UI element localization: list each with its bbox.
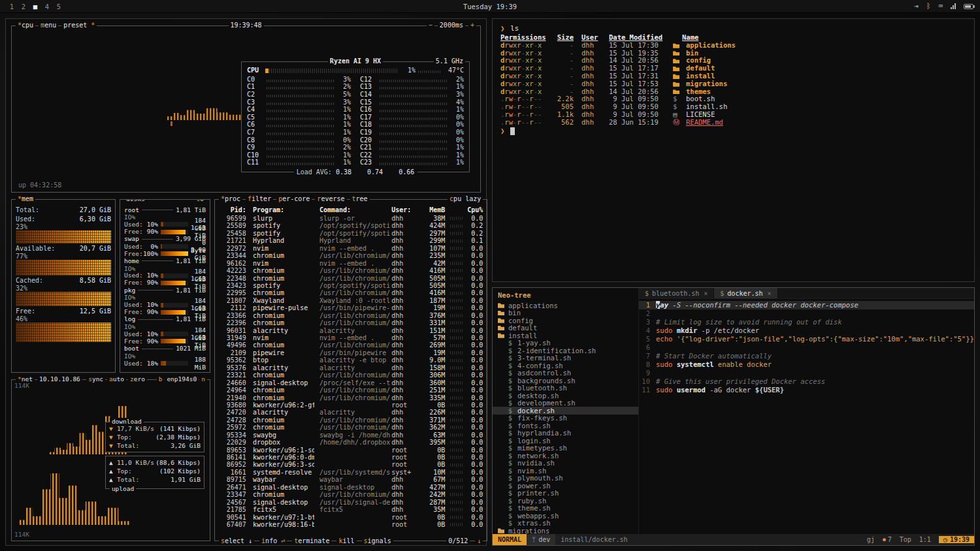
process-row[interactable]: 22972nvimnvim --embed .dhh107M0.0: [219, 245, 483, 252]
tree-item[interactable]: $theme.sh: [493, 505, 638, 512]
process-row[interactable]: 22995chromium/usr/lib/chromium/dhh416M0.…: [219, 289, 483, 296]
filter-button[interactable]: filter: [246, 195, 273, 203]
process-row[interactable]: 96599slurpslurp -ordhh38M0.0: [219, 215, 483, 222]
process-row[interactable]: 24660signal-desktop/proc/self/exe --tdhh…: [219, 379, 483, 386]
tree-item[interactable]: $bluetooth.sh: [493, 385, 638, 392]
process-row[interactable]: 22396chromium/usr/lib/chromium/dhh331M0.…: [219, 319, 483, 326]
process-row[interactable]: 86141kworker/u96:0-dmroot0B0.0: [219, 454, 483, 461]
tree-item[interactable]: $docker.sh: [493, 407, 638, 415]
keyboard-icon[interactable]: ⌨: [938, 2, 943, 10]
tab-bluetooth.sh[interactable]: $bluetooth.sh×: [639, 288, 714, 298]
header-user[interactable]: User:: [390, 206, 417, 214]
tree-toggle[interactable]: tree: [350, 195, 370, 203]
tree-item[interactable]: $printer.sh: [493, 490, 638, 497]
tree-item[interactable]: $4-config.sh: [493, 362, 638, 370]
tree-item[interactable]: $nvim.sh: [493, 467, 638, 475]
tree-item[interactable]: $2-identification.sh: [493, 347, 638, 354]
process-row[interactable]: 96031alacrittyalacrittydhh151M0.0: [219, 327, 483, 334]
tree-item[interactable]: default: [493, 324, 638, 332]
terminate-action[interactable]: terminate: [292, 537, 331, 545]
next-interface-button[interactable]: n: [199, 375, 207, 383]
process-row[interactable]: 95376alacrittyalacrittydhh158M0.0: [219, 364, 483, 371]
tree-item[interactable]: $xtras.sh: [493, 520, 638, 527]
workspace-3[interactable]: ■: [30, 3, 41, 10]
header-command[interactable]: Command:: [314, 206, 390, 214]
process-row[interactable]: 49496chromium/usr/lib/chromium/dhh269M0.…: [219, 341, 483, 349]
battery-icon[interactable]: [964, 4, 973, 9]
process-row[interactable]: 23344chromium/usr/lib/chromium/dhh235M0.…: [219, 252, 483, 259]
tree-item[interactable]: $fix-fkeys.sh: [493, 415, 638, 422]
workspace-5[interactable]: 5: [54, 3, 64, 10]
process-row[interactable]: 23423spotify/opt/spotify/spotidhh505M0.0: [219, 282, 483, 289]
tree-item[interactable]: $plymouth.sh: [493, 475, 638, 482]
process-row[interactable]: 25589spotify/opt/spotify/spotidhh424M0.2: [219, 222, 483, 229]
header-cpu[interactable]: Cpu%: [465, 206, 483, 214]
tree-item[interactable]: $power.sh: [493, 482, 638, 490]
preset-button[interactable]: preset *: [61, 22, 97, 29]
tree-item[interactable]: bin: [493, 309, 638, 317]
tree-item[interactable]: $hyprlandia.sh: [493, 430, 638, 437]
close-icon[interactable]: ×: [704, 290, 708, 297]
process-row[interactable]: 21940chromium/usr/lib/chromium/dhh335M0.…: [219, 394, 483, 401]
tree-item[interactable]: $nvidia.sh: [493, 460, 638, 467]
process-row[interactable]: 93680kworker/u96:2-gfroot0B0.0: [219, 401, 483, 409]
per-core-toggle[interactable]: per-core: [276, 195, 312, 203]
sync-button[interactable]: sync: [86, 375, 105, 383]
process-row[interactable]: 21807XwaylandXwayland :0 -rootldhh187M0.…: [219, 297, 483, 304]
header-program[interactable]: Program:: [246, 206, 314, 214]
select-action[interactable]: select ↓: [219, 537, 254, 545]
reverse-toggle[interactable]: reverse: [315, 195, 346, 203]
process-row[interactable]: 86952kworker/u96:3-sdroot0B0.0: [219, 461, 483, 468]
tree-item[interactable]: applications: [493, 302, 638, 309]
auto-button[interactable]: auto: [107, 375, 126, 383]
workspace-2[interactable]: 2: [18, 3, 29, 10]
bluetooth-icon[interactable]: ᛒ: [926, 2, 931, 10]
header-pid[interactable]: Pid:: [219, 206, 246, 214]
tab-docker.sh[interactable]: $docker.sh×: [714, 288, 777, 298]
tree-item[interactable]: install: [493, 332, 638, 339]
tree-item[interactable]: $development.sh: [493, 400, 638, 407]
process-row[interactable]: 23321chromium/usr/lib/chromium/dhh306M0.…: [219, 371, 483, 379]
tree-item[interactable]: $asdcontrol.sh: [493, 370, 638, 377]
interval-minus-button[interactable]: −: [427, 22, 434, 29]
tree-item[interactable]: $network.sh: [493, 452, 638, 460]
tree-item[interactable]: config: [493, 317, 638, 324]
tree-item[interactable]: $ruby.sh: [493, 497, 638, 505]
prev-interface-button[interactable]: b: [157, 375, 165, 383]
menu-button[interactable]: menu: [39, 22, 58, 29]
tree-item[interactable]: $fonts.sh: [493, 422, 638, 430]
zero-button[interactable]: zero: [128, 375, 147, 383]
process-row[interactable]: 24567signal-desktop/usr/lib/signal-dedhh…: [219, 499, 483, 506]
process-row[interactable]: 21785fcitx5fcitx5dhh35M0.0: [219, 506, 483, 513]
process-row[interactable]: 67407kworker/u98:16-broot0B0.0: [219, 521, 483, 528]
sort-selector[interactable]: cpu lazy: [448, 195, 483, 203]
process-row[interactable]: 2112pipewire-pulse/usr/bin/pipewire-dhh1…: [219, 304, 483, 311]
tree-item[interactable]: $1-yay.sh: [493, 339, 638, 347]
process-row[interactable]: 26471signal-desktopsignal-desktopdhh427M…: [219, 484, 483, 491]
process-row[interactable]: 90541kworker/u97:1-btroot0B0.0: [219, 514, 483, 521]
kill-action[interactable]: kill: [336, 537, 356, 545]
process-row[interactable]: 1661systemd-resolve/usr/lib/systemd/ssys…: [219, 469, 483, 476]
process-row[interactable]: 25972chromium/usr/lib/chromium/dhh362M0.…: [219, 424, 483, 431]
process-row[interactable]: 95362btopalacritty -e btopdhh9.0M0.0: [219, 356, 483, 364]
info-action[interactable]: info ⏎: [259, 537, 287, 545]
tree-item[interactable]: $login.sh: [493, 437, 638, 445]
signals-action[interactable]: signals: [362, 537, 393, 545]
tree-item[interactable]: migrations: [493, 527, 638, 534]
header-memory[interactable]: MemB: [417, 206, 445, 214]
logout-icon[interactable]: ⇥: [914, 2, 919, 10]
tree-item[interactable]: $3-terminal.sh: [493, 354, 638, 362]
process-row[interactable]: 42223chromium/usr/lib/chromium/dhh416M0.…: [219, 267, 483, 274]
process-row[interactable]: 31949nvimnvim --embed .dhh57M0.0: [219, 334, 483, 341]
workspace-4[interactable]: 4: [42, 3, 52, 10]
process-row[interactable]: 23347chromium/usr/lib/chromium/dhh242M0.…: [219, 491, 483, 498]
process-row[interactable]: 24720alacrittyalacrittydhh226M0.0: [219, 409, 483, 416]
tree-item[interactable]: $desktop.sh: [493, 392, 638, 400]
process-row[interactable]: 89653kworker/u96:1-sdroot0B0.0: [219, 447, 483, 454]
process-row[interactable]: 2109pipewire/usr/bin/pipewiredhh19M0.0: [219, 349, 483, 356]
process-row[interactable]: 23366chromium/usr/lib/chromium/dhh376M0.…: [219, 312, 483, 319]
process-row[interactable]: 24964chromium/usr/lib/chromium/dhh251M0.…: [219, 386, 483, 394]
scroll-down-icon[interactable]: ↓: [475, 537, 483, 545]
workspace-1[interactable]: 1: [7, 3, 17, 10]
tree-item[interactable]: $mimetypes.sh: [493, 445, 638, 452]
